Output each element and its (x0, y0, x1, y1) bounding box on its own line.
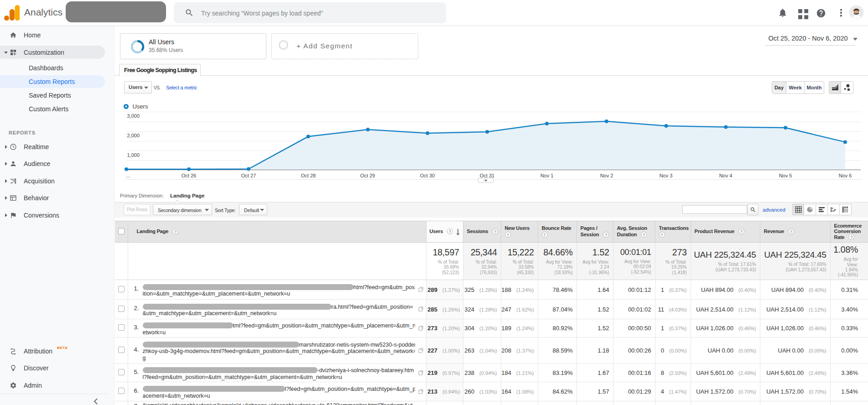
svg-text:Oct 27: Oct 27 (241, 173, 256, 178)
svg-text:Nov 4: Nov 4 (719, 173, 733, 178)
svg-text:Nov 6: Nov 6 (839, 173, 852, 178)
svg-text:2,000: 2,000 (127, 133, 140, 138)
svg-text:...: ... (126, 173, 130, 178)
svg-text:Nov 1: Nov 1 (541, 173, 554, 178)
svg-text:3,000: 3,000 (127, 113, 140, 119)
svg-text:Oct 28: Oct 28 (301, 173, 316, 178)
svg-text:Nov 2: Nov 2 (600, 173, 613, 178)
svg-text:Nov 3: Nov 3 (660, 173, 673, 178)
svg-text:1,000: 1,000 (127, 152, 140, 158)
svg-text:Nov 5: Nov 5 (779, 173, 792, 178)
svg-text:Oct 26: Oct 26 (182, 173, 196, 178)
svg-text:Oct 30: Oct 30 (420, 173, 435, 178)
svg-text:Oct 29: Oct 29 (360, 173, 375, 178)
